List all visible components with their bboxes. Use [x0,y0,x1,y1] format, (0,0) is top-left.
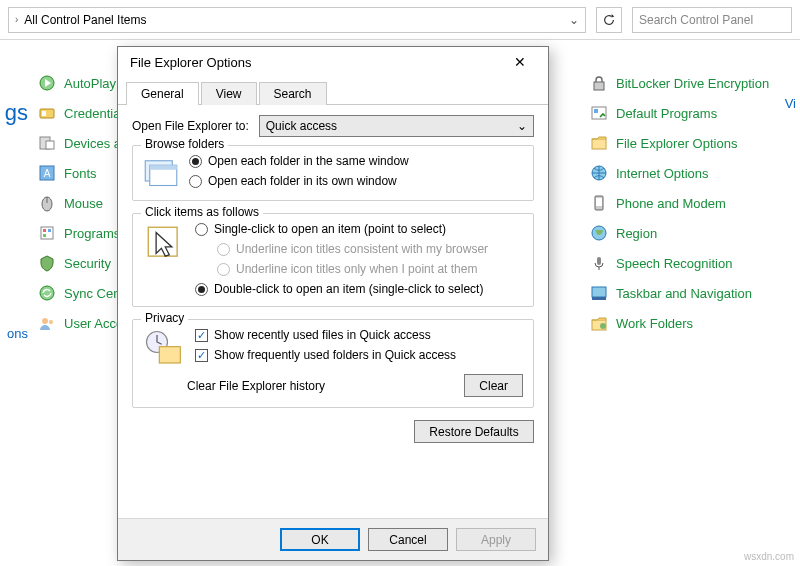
radio-icon [217,243,230,256]
radio-icon [217,263,230,276]
control-panel-item[interactable]: Phone and Modem [590,188,800,218]
autoplay-icon [38,74,56,92]
work-icon [590,314,608,332]
watermark: wsxdn.com [744,551,794,562]
tab-general[interactable]: General [126,82,199,105]
dialog-footer: OK Cancel Apply [118,518,548,560]
file-explorer-options-dialog: File Explorer Options ✕ General View Sea… [117,46,549,561]
item-label: Speech Recognition [616,256,732,271]
radio-underline-browser: Underline icon titles consistent with my… [195,242,523,256]
control-panel-item[interactable]: Taskbar and Navigation [590,278,800,308]
control-panel-item[interactable]: Speech Recognition [590,248,800,278]
partial-text: gs [0,100,28,126]
control-panel-item[interactable]: Work Folders [590,308,800,338]
radio-single-click[interactable]: Single-click to open an item (point to s… [195,222,523,236]
clock-folder-icon [143,328,185,370]
partial-text: Vi [785,96,796,111]
left-cut-labels: gs ons [0,40,28,566]
radio-icon [195,223,208,236]
svg-rect-25 [592,287,606,297]
internet-icon [590,164,608,182]
address-toolbar: › All Control Panel Items ⌄ Search Contr… [0,0,800,40]
item-label: Mouse [64,196,103,211]
ok-button[interactable]: OK [280,528,360,551]
checkbox-icon: ✓ [195,349,208,362]
open-to-value: Quick access [266,119,337,133]
radio-underline-point: Underline icon titles only when I point … [195,262,523,276]
fonts-icon: A [38,164,56,182]
group-browse-folders: Browse folders Open each folder in the s… [132,145,534,201]
control-panel-item[interactable]: Region [590,218,800,248]
svg-rect-31 [150,165,177,170]
svg-rect-10 [43,229,46,232]
svg-rect-4 [46,141,54,149]
item-label: Programs [64,226,120,241]
item-label: Sync Cen [64,286,120,301]
tab-view[interactable]: View [201,82,257,105]
item-label: Taskbar and Navigation [616,286,752,301]
item-label: Security [64,256,111,271]
svg-rect-9 [41,227,53,239]
item-label: BitLocker Drive Encryption [616,76,769,91]
dialog-title: File Explorer Options [130,55,251,70]
restore-defaults-button[interactable]: Restore Defaults [414,420,534,443]
programs-icon [38,224,56,242]
breadcrumb[interactable]: › All Control Panel Items ⌄ [8,7,586,33]
group-legend: Browse folders [141,137,228,151]
item-label: Credential [64,106,123,121]
chevron-right-icon: › [15,14,18,25]
chevron-down-icon[interactable]: ⌄ [569,13,579,27]
folder-window-icon [143,154,179,190]
refresh-button[interactable] [596,7,622,33]
radio-icon [195,283,208,296]
radio-same-window[interactable]: Open each folder in the same window [189,154,523,168]
apply-button: Apply [456,528,536,551]
clear-button[interactable]: Clear [464,374,523,397]
control-panel-item[interactable]: Internet Options [590,158,800,188]
checkbox-icon: ✓ [195,329,208,342]
svg-rect-19 [592,139,606,149]
control-panel-item[interactable]: BitLocker Drive Encryption [590,68,800,98]
credential-icon [38,104,56,122]
svg-point-14 [42,318,48,324]
svg-rect-26 [592,297,606,300]
clear-history-label: Clear File Explorer history [187,379,325,393]
bitlocker-icon [590,74,608,92]
radio-own-window[interactable]: Open each folder in its own window [189,174,523,188]
group-privacy: Privacy ✓Show recently used files in Qui… [132,319,534,408]
tab-search[interactable]: Search [259,82,327,105]
svg-rect-34 [159,347,180,363]
chevron-down-icon: ⌄ [517,119,527,133]
item-label: Region [616,226,657,241]
speech-icon [590,254,608,272]
feoptions-icon [590,134,608,152]
items-column-2: BitLocker Drive EncryptionDefault Progra… [580,68,800,566]
svg-point-28 [600,323,606,329]
svg-rect-12 [43,234,46,237]
group-legend: Privacy [141,311,188,325]
dialog-tabs: General View Search [118,81,548,105]
svg-rect-11 [48,229,51,232]
dialog-body: Open File Explorer to: Quick access ⌄ Br… [118,105,548,518]
item-label: Internet Options [616,166,709,181]
control-panel-item[interactable]: Default Programs [590,98,800,128]
item-label: Default Programs [616,106,717,121]
close-button[interactable]: ✕ [500,49,540,75]
partial-text: ons [0,326,28,341]
svg-rect-2 [42,111,46,116]
item-label: AutoPlay [64,76,116,91]
control-panel-item[interactable]: File Explorer Options [590,128,800,158]
open-to-combobox[interactable]: Quick access ⌄ [259,115,534,137]
group-click-items: Click items as follows Single-click to o… [132,213,534,307]
item-label: Work Folders [616,316,693,331]
phone-icon [590,194,608,212]
cancel-button[interactable]: Cancel [368,528,448,551]
checkbox-recent-files[interactable]: ✓Show recently used files in Quick acces… [195,328,523,342]
checkbox-frequent-folders[interactable]: ✓Show frequently used folders in Quick a… [195,348,523,362]
search-input[interactable]: Search Control Panel [632,7,792,33]
open-to-label: Open File Explorer to: [132,119,249,133]
item-label: Phone and Modem [616,196,726,211]
group-legend: Click items as follows [141,205,263,219]
radio-double-click[interactable]: Double-click to open an item (single-cli… [195,282,523,296]
item-label: User Acco [64,316,123,331]
